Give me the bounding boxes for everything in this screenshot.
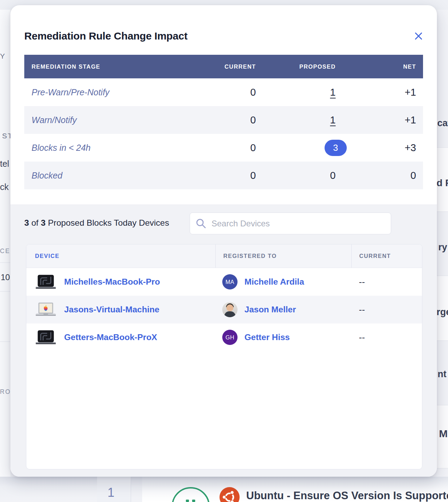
current-cell: -- (351, 332, 422, 343)
current-value: 0 (200, 87, 256, 98)
current-cell: -- (351, 304, 422, 315)
backdrop-text-fragment: rge (437, 307, 448, 318)
avatar-initials[interactable]: GH (222, 330, 238, 345)
score-gauge-arc (171, 477, 212, 502)
impact-row-pre-warn: Pre-Warn/Pre-Notify 0 1 +1 (24, 78, 423, 106)
remediation-impact-modal: Remediation Rule Change Impact REMEDIATI… (10, 5, 437, 477)
devices-section: 3 of 3 Proposed Blocks Today Devices DEV… (10, 205, 437, 477)
net-value: +1 (336, 87, 416, 98)
divider (0, 291, 10, 292)
backdrop-text-fragment: RO (0, 388, 11, 396)
stage-label: Blocked (32, 171, 200, 181)
backdrop-text-fragment: Y (0, 52, 6, 60)
device-name-link[interactable]: Jasons-Virtual-Machine (64, 305, 160, 314)
device-search[interactable] (190, 213, 391, 234)
device-row: Getters-MacBook-ProX GH Getter Hiss -- (26, 323, 422, 351)
column-header-device[interactable]: DEVICE (26, 244, 215, 268)
backdrop-text-fragment: cat (437, 118, 448, 129)
divider (437, 468, 448, 468)
devices-count-line: 3 of 3 Proposed Blocks Today Devices (24, 218, 169, 228)
backdrop-text-fragment: 10 (1, 272, 10, 282)
divider (437, 340, 448, 341)
finding-title: Ubuntu - Ensure OS Version Is Supported (246, 490, 448, 502)
macbook-black-icon (35, 330, 57, 345)
devices-table-header: DEVICE REGISTERED TO CURRENT (26, 244, 422, 268)
current-value: 0 (200, 114, 256, 126)
device-row: Michelles-MacBook-Pro MA Michelle Ardila… (26, 268, 422, 296)
devices-table: DEVICE REGISTERED TO CURRENT Michelles-M… (26, 244, 422, 469)
close-button[interactable] (413, 30, 424, 42)
impact-table: REMEDIATION STAGE CURRENT PROPOSED NET P… (24, 55, 423, 189)
impact-table-header: REMEDIATION STAGE CURRENT PROPOSED NET (24, 55, 423, 78)
avatar-photo[interactable] (222, 302, 238, 317)
avatar-initials[interactable]: MA (222, 274, 238, 289)
count-of-text: of (29, 218, 41, 227)
backdrop-text-fragment: nt (438, 369, 446, 380)
backdrop-text-fragment: tel (0, 159, 9, 169)
column-header-remediation-stage: REMEDIATION STAGE (32, 63, 200, 70)
row-number: 1 (107, 485, 114, 500)
current-value: 0 (200, 142, 256, 154)
ubuntu-logo-icon (219, 487, 240, 502)
column-header-proposed: PROPOSED (256, 63, 336, 70)
current-value: 0 (200, 170, 256, 181)
divider (0, 341, 10, 342)
device-name-link[interactable]: Michelles-MacBook-Pro (64, 277, 160, 287)
stage-label: Pre-Warn/Pre-Notify (32, 87, 200, 97)
devices-count-label: Proposed Blocks Today Devices (45, 218, 169, 227)
devices-total-count: 3 (41, 218, 46, 227)
stage-label: Warn/Notify (32, 115, 200, 125)
backdrop-text-fragment: ry (438, 242, 447, 253)
search-input[interactable] (212, 219, 385, 228)
divider (437, 405, 448, 405)
divider (437, 276, 448, 276)
stage-label: Blocks in < 24h (32, 143, 200, 153)
macbook-black-icon (35, 274, 57, 289)
impact-row-blocked: Blocked 0 0 0 (24, 162, 423, 189)
proposed-value-link[interactable]: 1 (330, 114, 336, 125)
close-icon (414, 32, 423, 41)
current-cell: -- (351, 277, 422, 287)
search-icon (196, 218, 207, 229)
backdrop-text-fragment: M (439, 428, 448, 440)
proposed-value-link[interactable]: 1 (330, 87, 336, 98)
column-header-current: CURRENT (200, 63, 256, 70)
registered-to-link[interactable]: Michelle Ardila (244, 277, 304, 287)
modal-title: Remediation Rule Change Impact (24, 30, 188, 42)
mac-classic-icon (35, 302, 57, 317)
proposed-value: 0 (256, 170, 336, 181)
net-value: +1 (336, 114, 416, 126)
net-value: 0 (336, 170, 416, 181)
divider (0, 262, 10, 263)
device-row: Jasons-Virtual-Machine Jason Meller -- (26, 296, 422, 323)
column-header-net: NET (336, 63, 416, 70)
device-name-link[interactable]: Getters-MacBook-ProX (64, 332, 157, 342)
divider (437, 147, 448, 148)
devices-shown-count: 3 (24, 218, 29, 227)
backdrop-text-fragment: d F (437, 178, 448, 189)
net-value: +3 (336, 142, 416, 154)
registered-to-link[interactable]: Jason Meller (244, 305, 296, 314)
divider (437, 211, 448, 212)
backdrop-left-strip (0, 10, 10, 478)
column-header-registered-to[interactable]: REGISTERED TO (215, 244, 351, 268)
backdrop-text-fragment: ck (0, 182, 9, 192)
impact-row-warn: Warn/Notify 0 1 +1 (24, 106, 423, 134)
registered-to-link[interactable]: Getter Hiss (244, 332, 290, 342)
column-header-current[interactable]: CURRENT (351, 244, 422, 268)
impact-row-blocks-24h: Blocks in < 24h 0 3 +3 (24, 134, 423, 162)
